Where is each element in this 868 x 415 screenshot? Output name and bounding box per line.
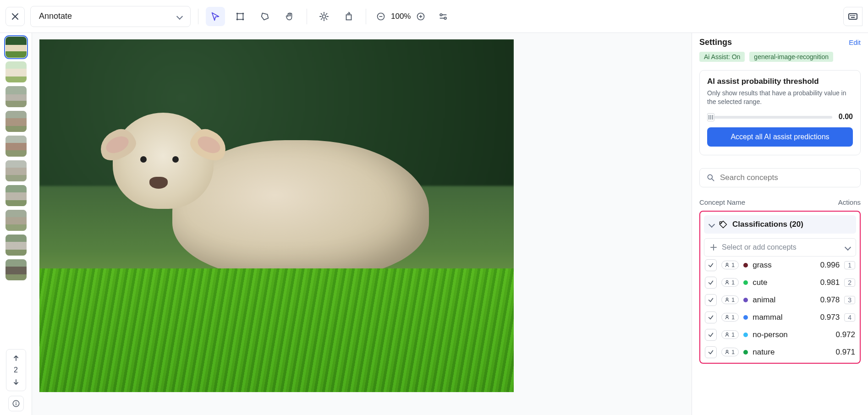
accept-concept-button[interactable] <box>705 311 717 323</box>
search-concepts-box[interactable] <box>699 168 861 187</box>
model-badge: general-image-recognition <box>749 52 833 62</box>
search-icon <box>706 173 715 182</box>
concept-name: mammal <box>753 313 782 322</box>
user-count-badge: 1 <box>721 348 739 356</box>
prev-image-button[interactable] <box>8 350 24 366</box>
svg-point-35 <box>721 223 722 224</box>
user-icon <box>725 297 730 302</box>
chevron-down-icon <box>845 244 851 251</box>
threshold-slider[interactable] <box>707 115 832 119</box>
concept-row: 1 grass 0.996 1 <box>704 257 856 274</box>
accept-concept-button[interactable] <box>705 294 717 306</box>
zoom-in-icon <box>416 12 425 21</box>
svg-rect-32 <box>16 403 16 405</box>
accept-concept-button[interactable] <box>705 346 717 358</box>
concept-color-dot <box>743 280 748 285</box>
pointer-tool[interactable] <box>206 7 225 26</box>
rotate-icon <box>344 11 354 22</box>
close-button[interactable] <box>5 7 25 26</box>
info-button[interactable] <box>8 396 24 411</box>
bbox-tool[interactable] <box>231 7 250 26</box>
brightness-tool[interactable] <box>314 7 334 26</box>
pan-tool[interactable] <box>280 7 299 26</box>
zoom-in-button[interactable] <box>413 9 428 24</box>
user-count: 1 <box>731 279 735 286</box>
user-count: 1 <box>731 262 735 268</box>
chevron-down-icon <box>176 13 183 19</box>
svg-point-5 <box>322 15 325 18</box>
svg-line-34 <box>712 179 714 180</box>
thumbnail-item[interactable] <box>5 210 27 231</box>
concept-score: 0.981 <box>820 278 840 287</box>
rotate-tool[interactable] <box>339 7 358 26</box>
thumbnail-item[interactable] <box>5 235 27 256</box>
concept-list: 1 grass 0.996 1 1 cute 0.981 2 1 animal … <box>704 257 856 361</box>
check-icon <box>708 349 714 355</box>
svg-rect-28 <box>854 15 855 16</box>
thumbnail-item[interactable] <box>5 185 27 206</box>
thumbnail-item[interactable] <box>5 136 27 157</box>
user-icon <box>725 280 730 285</box>
mode-select[interactable]: Annotate <box>30 6 191 27</box>
col-actions: Actions <box>838 198 861 206</box>
concept-name: animal <box>753 295 775 305</box>
user-count-badge: 1 <box>721 278 739 287</box>
svg-line-12 <box>321 18 322 19</box>
threshold-value: 0.00 <box>839 113 853 121</box>
concept-color-dot <box>743 263 748 268</box>
concept-score: 0.972 <box>835 330 855 339</box>
user-count-badge: 1 <box>721 261 739 269</box>
concept-color-dot <box>743 298 748 302</box>
threshold-panel: AI assist probability threshold Only sho… <box>699 70 861 155</box>
user-count: 1 <box>731 314 735 321</box>
svg-point-37 <box>726 281 728 283</box>
user-icon <box>725 349 730 355</box>
svg-point-41 <box>726 350 728 352</box>
shortcut-badge: 2 <box>844 278 855 287</box>
thumbnail-item[interactable] <box>5 86 27 107</box>
concept-name: grass <box>753 261 772 270</box>
accept-concept-button[interactable] <box>705 329 717 341</box>
user-count: 1 <box>731 296 735 303</box>
settings-badges: Ai Assist: On general-image-recognition <box>699 52 861 62</box>
zoom-out-button[interactable] <box>374 9 388 24</box>
svg-point-40 <box>726 333 728 335</box>
thumbnail-strip: 2 <box>0 33 32 415</box>
accept-concept-button[interactable] <box>705 277 717 289</box>
main-image[interactable] <box>39 39 514 392</box>
canvas-area[interactable] <box>32 33 692 415</box>
next-image-button[interactable] <box>8 374 24 390</box>
thumbnail-item[interactable] <box>5 61 27 82</box>
search-concepts-input[interactable] <box>720 173 854 182</box>
classifications-header[interactable]: Classifications (20) <box>704 215 856 234</box>
concept-name: nature <box>753 348 775 357</box>
polygon-tool[interactable] <box>255 7 275 26</box>
thumbnail-item[interactable] <box>5 160 27 181</box>
svg-point-2 <box>242 12 244 14</box>
accept-predictions-button[interactable]: Accept all AI assist predictions <box>707 127 853 147</box>
top-toolbar: Annotate 100% <box>0 0 868 33</box>
keyboard-shortcuts-button[interactable] <box>843 7 863 26</box>
svg-rect-27 <box>853 15 854 16</box>
add-concept-placeholder: Select or add concepts <box>722 243 797 251</box>
col-concept-name: Concept Name <box>699 198 745 206</box>
thumbnail-item[interactable] <box>5 259 27 280</box>
concept-name: cute <box>753 278 767 287</box>
accept-concept-button[interactable] <box>705 259 717 271</box>
concept-score: 0.978 <box>820 295 840 305</box>
add-concept-select[interactable]: Select or add concepts <box>704 238 856 257</box>
zoom-level: 100% <box>391 12 411 21</box>
slider-thumb[interactable] <box>707 113 714 121</box>
toolbar-divider <box>366 9 366 24</box>
thumbnail-item[interactable] <box>5 37 27 58</box>
check-icon <box>708 279 714 286</box>
shortcut-badge: 3 <box>844 296 855 304</box>
check-icon <box>708 332 714 338</box>
strip-counter: 2 <box>14 366 18 374</box>
edit-settings-link[interactable]: Edit <box>849 38 861 46</box>
tag-icon <box>719 220 728 229</box>
thumbnail-item[interactable] <box>5 111 27 132</box>
zoom-controls: 100% <box>374 9 428 24</box>
fit-tool[interactable] <box>434 7 453 26</box>
user-count: 1 <box>731 331 735 338</box>
